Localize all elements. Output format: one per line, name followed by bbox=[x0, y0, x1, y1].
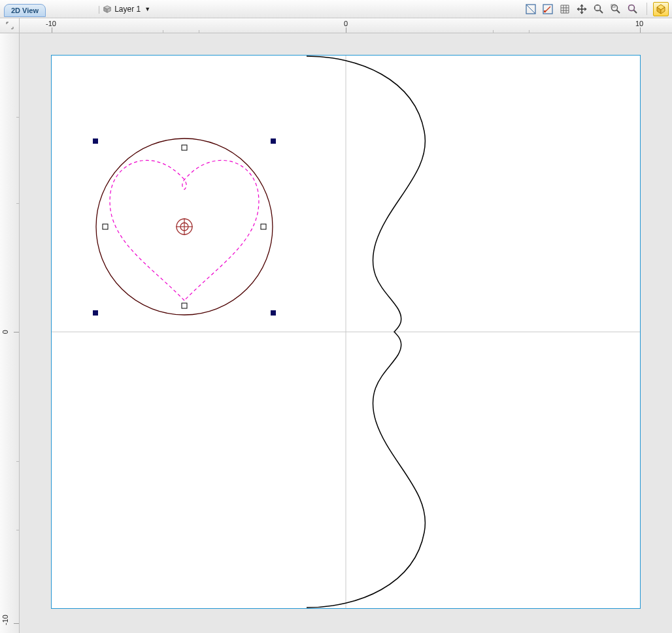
zoom-selection-icon bbox=[627, 3, 639, 15]
tab-2d-view-label: 2D View bbox=[11, 7, 39, 14]
svg-rect-21 bbox=[271, 310, 276, 316]
ruler-h-zero-label: 0 bbox=[344, 20, 348, 27]
top-toolbar: 2D View 3D View | Layer 1 ▼ bbox=[0, 0, 672, 18]
ruler-v-zero-label: 0 bbox=[1, 330, 9, 334]
svg-point-10 bbox=[7, 22, 8, 24]
svg-rect-25 bbox=[261, 224, 266, 229]
tab-3d-view[interactable]: 3D View bbox=[43, 4, 85, 17]
ruler-h-neg10-label: -10 bbox=[46, 20, 56, 27]
svg-point-3 bbox=[581, 8, 583, 10]
ruler-horizontal[interactable]: -10 0 10 bbox=[20, 18, 672, 33]
layer-name-label: Layer 1 bbox=[114, 5, 141, 14]
snap-grid-button[interactable] bbox=[557, 2, 573, 16]
snap-point-icon bbox=[542, 3, 554, 15]
svg-rect-23 bbox=[182, 303, 187, 308]
toggle-composite-icon bbox=[655, 3, 667, 15]
zoom-selection-button[interactable] bbox=[625, 2, 641, 16]
axis-guides bbox=[52, 56, 640, 608]
zoom-window-icon bbox=[610, 3, 622, 15]
svg-rect-20 bbox=[93, 310, 98, 316]
material-boundary[interactable] bbox=[52, 56, 640, 608]
zoom-extents-button[interactable] bbox=[591, 2, 607, 16]
chevron-down-icon: ▼ bbox=[144, 6, 150, 12]
svg-rect-5 bbox=[596, 6, 600, 10]
svg-rect-2 bbox=[544, 10, 546, 12]
snap-object-icon bbox=[525, 3, 537, 15]
pan-center-icon bbox=[576, 3, 588, 15]
ruler-vertical[interactable]: 0 -10 bbox=[0, 33, 20, 633]
tab-3d-view-label: 3D View bbox=[50, 7, 78, 14]
svg-point-8 bbox=[629, 5, 635, 11]
svg-rect-24 bbox=[103, 224, 108, 229]
zoom-window-button[interactable] bbox=[608, 2, 624, 16]
tab-2d-view[interactable]: 2D View bbox=[4, 4, 46, 17]
zoom-extents-icon bbox=[593, 3, 605, 15]
svg-point-6 bbox=[612, 5, 618, 11]
svg-rect-22 bbox=[182, 145, 187, 150]
ruler-origin-corner[interactable] bbox=[0, 18, 20, 33]
pan-center-button[interactable] bbox=[574, 2, 590, 16]
canvas-viewport[interactable] bbox=[20, 33, 672, 633]
ruler-v-neg10-label: -10 bbox=[1, 615, 9, 625]
layer-dropdown[interactable]: | Layer 1 ▼ bbox=[97, 0, 152, 18]
layer-icon bbox=[103, 5, 112, 14]
work-area: -10 0 10 0 -10 bbox=[0, 18, 672, 633]
snap-point-button[interactable] bbox=[540, 2, 556, 16]
svg-rect-18 bbox=[93, 138, 98, 144]
center-mark[interactable] bbox=[176, 218, 193, 235]
snap-object-button[interactable] bbox=[523, 2, 539, 16]
snap-grid-icon bbox=[559, 3, 571, 15]
toggle-composite-button[interactable] bbox=[653, 2, 669, 16]
svg-rect-19 bbox=[271, 138, 276, 144]
ruler-h-pos10-label: 10 bbox=[635, 20, 643, 27]
origin-marker-icon bbox=[6, 22, 14, 29]
